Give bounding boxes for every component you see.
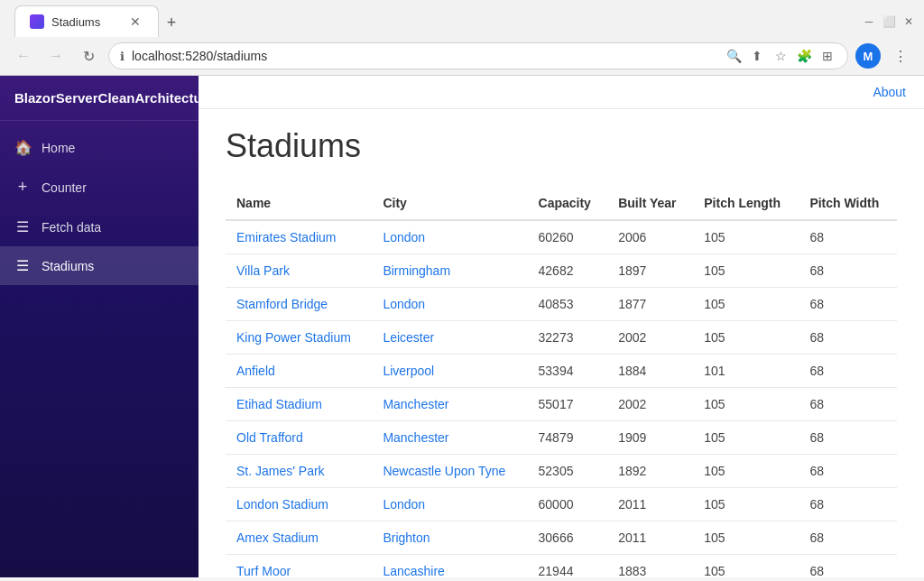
built-year-cell: 2002 [607, 321, 693, 355]
capacity-cell: 60260 [528, 220, 608, 254]
pitch-width-cell: 68 [799, 555, 897, 578]
city-cell[interactable]: London [372, 220, 527, 254]
built-year-cell: 1892 [607, 455, 693, 488]
city-cell[interactable]: London [372, 288, 527, 321]
window-controls: ─ ⬜ ✕ [861, 14, 917, 30]
page-title: Stadiums [226, 127, 897, 165]
pitch-width-cell: 68 [799, 421, 897, 455]
pitch-width-cell: 68 [799, 488, 897, 521]
city-cell[interactable]: Manchester [372, 388, 527, 421]
table-row: Old TraffordManchester74879190910568 [226, 421, 897, 455]
sidebar-item-label-home: Home [42, 141, 75, 155]
table-row: London StadiumLondon60000201110568 [226, 488, 897, 521]
capacity-cell: 55017 [528, 388, 608, 421]
pitch-length-cell: 105 [693, 555, 799, 578]
city-cell[interactable]: Lancashire [372, 555, 527, 578]
pitch-length-cell: 105 [693, 220, 799, 254]
capacity-cell: 40853 [528, 288, 608, 321]
browser-chrome: Stadiums ✕ + ─ ⬜ ✕ ← → ↻ ℹ localhost:528… [0, 0, 924, 76]
pitch-width-cell: 68 [799, 254, 897, 288]
pitch-length-cell: 105 [693, 288, 799, 321]
stadium-name-cell[interactable]: Villa Park [226, 254, 372, 288]
pitch-width-cell: 68 [799, 388, 897, 421]
pitch-length-cell: 105 [693, 321, 799, 355]
pitch-length-cell: 101 [693, 355, 799, 388]
built-year-cell: 1884 [607, 355, 693, 388]
pitch-width-cell: 68 [799, 321, 897, 355]
search-icon[interactable]: 🔍 [725, 47, 743, 65]
extensions-icon[interactable]: 🧩 [795, 47, 813, 65]
url-lock-icon: ℹ [120, 50, 125, 63]
pitch-width-cell: 68 [799, 288, 897, 321]
minimize-button[interactable]: ─ [861, 14, 877, 30]
sidebar-item-label-fetch-data: Fetch data [42, 220, 101, 235]
capacity-cell: 30666 [528, 521, 608, 555]
table-row: Stamford BridgeLondon40853187710568 [226, 288, 897, 321]
table-row: Turf MoorLancashire21944188310568 [226, 555, 897, 578]
city-cell[interactable]: Brighton [372, 521, 527, 555]
profile-button[interactable]: M [855, 43, 881, 69]
sidebar-item-label-counter: Counter [42, 180, 87, 195]
built-year-cell: 2011 [607, 521, 693, 555]
pitch-width-cell: 68 [799, 455, 897, 488]
new-tab-button[interactable]: + [159, 10, 184, 35]
col-pitch-width: Pitch Width [799, 187, 897, 220]
url-bar[interactable]: ℹ localhost:5280/stadiums 🔍 ⬆ ☆ 🧩 ⊞ [108, 42, 848, 69]
plus-icon: + [14, 178, 31, 197]
sidebar-item-stadiums[interactable]: ☰ Stadiums [0, 246, 199, 285]
capacity-cell: 42682 [528, 254, 608, 288]
pitch-width-cell: 68 [799, 220, 897, 254]
col-name: Name [226, 187, 372, 220]
title-bar: Stadiums ✕ + ─ ⬜ ✕ [0, 0, 924, 37]
city-cell[interactable]: London [372, 488, 527, 521]
table-body: Emirates StadiumLondon60260200610568Vill… [226, 220, 897, 577]
stadium-name-cell[interactable]: Amex Stadium [226, 521, 372, 555]
active-tab[interactable]: Stadiums ✕ [14, 5, 159, 37]
pitch-length-cell: 105 [693, 488, 799, 521]
col-city: City [372, 187, 527, 220]
back-button[interactable]: ← [11, 43, 36, 69]
city-cell[interactable]: Newcastle Upon Tyne [372, 455, 527, 488]
reload-button[interactable]: ↻ [76, 43, 101, 69]
stadium-name-cell[interactable]: Anfield [226, 355, 372, 388]
tab-close-button[interactable]: ✕ [127, 14, 143, 30]
browser-menu-button[interactable]: ⋮ [888, 43, 913, 69]
table-header: Name City Capacity Built Year Pitch Leng… [226, 187, 897, 220]
app-container: BlazorServerCleanArchitectu 🏠 Home + Cou… [0, 76, 924, 577]
city-cell[interactable]: Liverpool [372, 355, 527, 388]
stadium-name-cell[interactable]: St. James' Park [226, 455, 372, 488]
about-link[interactable]: About [873, 85, 906, 99]
sidebar-item-fetch-data[interactable]: ☰ Fetch data [0, 208, 199, 246]
capacity-cell: 32273 [528, 321, 608, 355]
stadium-name-cell[interactable]: Stamford Bridge [226, 288, 372, 321]
built-year-cell: 1909 [607, 421, 693, 455]
table-row: King Power StadiumLeicester3227320021056… [226, 321, 897, 355]
col-capacity: Capacity [528, 187, 608, 220]
page-content: Stadiums Name City Capacity Built Year P… [199, 109, 924, 577]
share-icon[interactable]: ⬆ [748, 47, 766, 65]
stadium-name-cell[interactable]: Old Trafford [226, 421, 372, 455]
stadium-name-cell[interactable]: Emirates Stadium [226, 220, 372, 254]
table-row: Emirates StadiumLondon60260200610568 [226, 220, 897, 254]
close-button[interactable]: ✕ [901, 14, 917, 30]
col-pitch-length: Pitch Length [693, 187, 799, 220]
bookmark-icon[interactable]: ☆ [772, 47, 790, 65]
sidebar-item-counter[interactable]: + Counter [0, 167, 199, 208]
forward-button[interactable]: → [43, 43, 69, 69]
stadium-name-cell[interactable]: Etihad Stadium [226, 388, 372, 421]
splitscreen-icon[interactable]: ⊞ [818, 47, 836, 65]
pitch-width-cell: 68 [799, 521, 897, 555]
stadium-name-cell[interactable]: Turf Moor [226, 555, 372, 578]
main-content: About Stadiums Name City Capacity Built … [199, 76, 924, 577]
stadium-name-cell[interactable]: London Stadium [226, 488, 372, 521]
city-cell[interactable]: Birmingham [372, 254, 527, 288]
pitch-length-cell: 105 [693, 421, 799, 455]
built-year-cell: 1883 [607, 555, 693, 578]
city-cell[interactable]: Leicester [372, 321, 527, 355]
city-cell[interactable]: Manchester [372, 421, 527, 455]
stadium-name-cell[interactable]: King Power Stadium [226, 321, 372, 355]
table-row: St. James' ParkNewcastle Upon Tyne523051… [226, 455, 897, 488]
restore-button[interactable]: ⬜ [881, 14, 897, 30]
sidebar: BlazorServerCleanArchitectu 🏠 Home + Cou… [0, 76, 199, 577]
sidebar-item-home[interactable]: 🏠 Home [0, 128, 199, 167]
